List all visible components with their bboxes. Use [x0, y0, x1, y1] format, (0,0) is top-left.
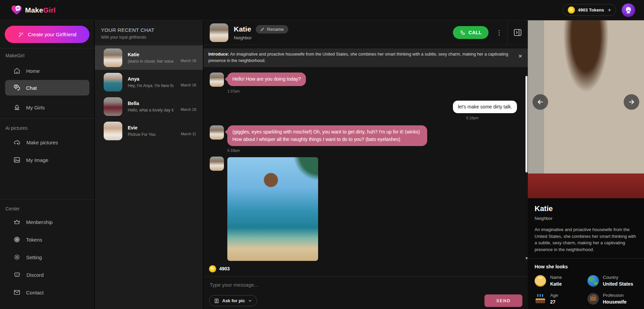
- attribute-country: Country United States: [587, 275, 638, 287]
- chat-photo-beach[interactable]: [227, 157, 318, 261]
- call-button[interactable]: CALL: [453, 26, 489, 39]
- girl-bust-icon: [13, 104, 21, 111]
- recent-chats-subtitle: With your loyal girlfriends: [101, 35, 197, 40]
- coin-icon: ★: [209, 265, 216, 272]
- divider: [528, 258, 644, 259]
- sidebar-item-home[interactable]: Home: [5, 63, 89, 79]
- woman-face-icon: [535, 275, 546, 287]
- profile-description: An imaginative and proactive housewife f…: [535, 226, 637, 253]
- profile-info: Katie Neighbor An imaginative and proact…: [528, 198, 644, 305]
- chat-header-avatar[interactable]: [210, 23, 228, 42]
- heart-chat-logo-icon: [11, 5, 22, 16]
- chat-row-evie[interactable]: Evie Pictrue For You March 11: [95, 119, 203, 143]
- coin-icon: ★: [568, 6, 575, 14]
- user-message: let's make some dirty talk. 5:18pm: [210, 101, 522, 121]
- top-bar: MakeGirl ★ 4903 Tokens +: [0, 0, 644, 20]
- ghost-avatar-icon: [625, 6, 632, 14]
- sidebar-item-membership[interactable]: Menbership: [5, 214, 89, 230]
- sidebar-item-my-image[interactable]: My Image: [5, 152, 89, 168]
- recent-chats-title: YOUR RECENT CHAT: [101, 27, 197, 33]
- chat-row-bella[interactable]: Bella Hello, what a lovely day it... Mar…: [95, 94, 203, 119]
- profile-photo-katie: [528, 20, 644, 198]
- chat-menu-button[interactable]: ⋮: [491, 26, 507, 39]
- sidebar-item-setting[interactable]: Setting: [5, 249, 89, 265]
- sidebar-section-makegirl: MakeGirl: [5, 53, 24, 58]
- sidebar-item-make-pictures[interactable]: Make pictures: [5, 135, 89, 150]
- chat-main: Katie Rename Neighbor CALL ⋮: [204, 20, 528, 309]
- profile-name: Katie: [535, 204, 637, 213]
- bot-message: Hello! How are you doing today?: [210, 73, 522, 87]
- bot-image-message: [210, 157, 522, 261]
- bot-message: (giggles, eyes sparkling with mischief) …: [210, 125, 522, 146]
- ask-for-pic-button[interactable]: Ask for pic: [209, 295, 257, 306]
- discord-icon: [13, 271, 21, 279]
- attribute-age: Age 27: [535, 293, 585, 305]
- rename-button[interactable]: Rename: [256, 25, 288, 34]
- girlfriend-profile-panel: Katie Neighbor An imaginative and proact…: [528, 20, 644, 309]
- briefcase-icon: [587, 293, 599, 305]
- coin-star-icon: [13, 236, 21, 243]
- message-timestamp: 5:18pm: [466, 116, 517, 120]
- home-icon: [13, 67, 21, 75]
- avatar-bella: [104, 97, 122, 116]
- divider: [0, 48, 95, 48]
- sidebar-item-chat[interactable]: Chat: [5, 80, 89, 96]
- message-timestamp: 5:18pm: [227, 148, 522, 152]
- message-avatar: [210, 157, 224, 171]
- how-she-looks-title: How she looks: [535, 264, 637, 269]
- scrollbar-thumb[interactable]: [525, 76, 527, 172]
- brand-name: MakeGirl: [25, 6, 56, 14]
- globe-icon: [587, 275, 599, 287]
- chat-partner-role: Neighbor: [234, 35, 288, 40]
- arrow-left-icon: [537, 98, 544, 106]
- profile-role: Neighbor: [535, 216, 637, 221]
- sidebar-item-tokens[interactable]: Tokens: [5, 232, 89, 247]
- magic-wand-icon: [18, 31, 24, 38]
- create-girlfriend-label: Create your Girlfriend: [28, 32, 76, 37]
- token-balance: 4903: [219, 266, 230, 271]
- chat-icon: [13, 84, 21, 91]
- gear-icon: [13, 253, 21, 261]
- image-icon: [13, 156, 21, 164]
- sidebar-item-contact[interactable]: Contact: [5, 285, 89, 300]
- token-balance-row: ★ 4903: [204, 261, 528, 277]
- recent-chats-panel: YOUR RECENT CHAT With your loyal girlfri…: [95, 20, 203, 309]
- introduce-label: Introduce:: [208, 52, 229, 57]
- avatar-anya: [104, 73, 122, 91]
- tokens-balance-pill[interactable]: ★ 4903 Tokens +: [563, 4, 616, 16]
- attributes-grid: Name Katie Country United States Age 27: [535, 275, 637, 305]
- chat-row-anya[interactable]: Anya Hey, I'm Anya. I'm here fo... March…: [95, 70, 203, 94]
- avatar-evie: [104, 122, 122, 140]
- sidebar-item-my-girls[interactable]: My Girls: [5, 100, 89, 115]
- chat-scrollbar[interactable]: ▼: [525, 68, 527, 261]
- avatar-katie: [104, 48, 122, 67]
- phone-icon: [460, 30, 465, 36]
- close-icon[interactable]: ✕: [518, 53, 522, 59]
- sidebar-item-discord[interactable]: Discord: [5, 267, 89, 283]
- compose-toolbar: Ask for pic SEND: [204, 292, 528, 309]
- message-timestamp: 1:37pm: [227, 89, 522, 93]
- message-avatar: [210, 73, 224, 87]
- create-girlfriend-button[interactable]: Create your Girlfriend: [5, 26, 89, 43]
- add-tokens-button[interactable]: +: [608, 7, 611, 14]
- mail-icon: [13, 289, 21, 296]
- arrow-right-icon: [628, 98, 635, 106]
- chat-row-katie[interactable]: Katie (leans in closer, her voice... Mar…: [95, 45, 203, 70]
- birthday-cake-icon: [535, 293, 546, 305]
- next-photo-button[interactable]: [624, 94, 639, 110]
- attribute-name: Name Katie: [535, 275, 585, 287]
- message-history[interactable]: Hello! How are you doing today? 1:37pm l…: [204, 68, 528, 261]
- recent-chats-header: YOUR RECENT CHAT With your loyal girlfri…: [95, 20, 203, 44]
- left-sidebar: Create your Girlfriend MakeGirl Home Cha…: [0, 20, 95, 309]
- chevron-down-icon: [248, 299, 252, 303]
- collapse-panel-button[interactable]: [507, 28, 528, 37]
- divider: [0, 118, 95, 119]
- user-avatar[interactable]: [622, 3, 635, 17]
- sidebar-section-ai-pictures: Ai pictures: [5, 125, 27, 131]
- send-button[interactable]: SEND: [484, 294, 522, 307]
- attribute-profession: Profession Housewife: [587, 293, 638, 305]
- previous-photo-button[interactable]: [533, 94, 548, 110]
- bot-bubble: (giggles, eyes sparkling with mischief) …: [227, 125, 427, 146]
- message-input[interactable]: [204, 277, 528, 292]
- app-logo[interactable]: MakeGirl: [11, 5, 56, 16]
